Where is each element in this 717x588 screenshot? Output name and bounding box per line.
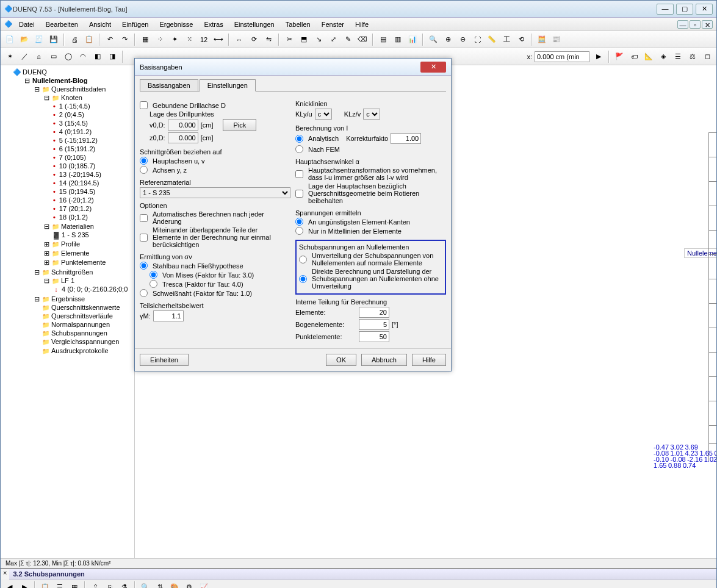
tree-elemente[interactable]: Elemente	[52, 249, 89, 257]
tree-erg-item[interactable]: Querschnittskennwerte	[42, 304, 120, 311]
tree-material-1[interactable]: 1 - S 235	[62, 231, 89, 238]
tag-icon[interactable]: 🏷	[627, 50, 641, 63]
tree-erg-item[interactable]: Vergleichsspannungen	[42, 338, 119, 345]
cancel-button[interactable]: Abbruch	[361, 354, 407, 366]
line-icon[interactable]: ／	[18, 50, 31, 63]
tree-knoten-item[interactable]: 5 (-15;191.2)	[59, 137, 98, 144]
hauptachsen-radio[interactable]	[140, 157, 148, 165]
axes-icon[interactable]: ✦	[168, 33, 181, 46]
bt-copy-icon[interactable]: 📋	[38, 581, 52, 589]
move-icon[interactable]: ↔	[232, 33, 246, 46]
tree-knoten-item[interactable]: 1 (-15;4.5)	[59, 102, 90, 110]
mdi-restore-button[interactable]: ▫	[690, 20, 701, 29]
open-icon[interactable]: 📂	[18, 33, 31, 46]
stelle-go-icon[interactable]: ▶	[592, 50, 605, 63]
results-icon[interactable]: 📊	[406, 33, 419, 46]
menu-einfuegen[interactable]: Einfügen	[117, 20, 153, 29]
bt-next-icon[interactable]: ▶	[18, 581, 31, 589]
menu-tabellen[interactable]: Tabellen	[281, 20, 315, 29]
tree-knoten-item[interactable]: 7 (0;105)	[59, 154, 86, 161]
tree-knoten[interactable]: Knoten	[52, 94, 82, 101]
bt-find-icon[interactable]: 🔍	[139, 581, 152, 589]
tree-querschnitt[interactable]: Querschnittsdaten	[42, 85, 106, 93]
tree-knoten-item[interactable]: 10 (0;185.7)	[59, 162, 95, 170]
help-button[interactable]: Hilfe	[412, 354, 446, 366]
kanten-radio[interactable]	[295, 218, 303, 226]
bt-sort-icon[interactable]: ⇅	[153, 581, 167, 589]
circle-icon[interactable]: ◯	[62, 50, 75, 63]
direkt-radio[interactable]	[299, 275, 307, 283]
z0d-input[interactable]	[168, 132, 198, 143]
teil-bog-input[interactable]	[359, 319, 389, 330]
rect-icon[interactable]: ▭	[47, 50, 60, 63]
mises-radio[interactable]	[150, 271, 157, 279]
menu-datei[interactable]: Datei	[14, 20, 40, 29]
tree-knoten-item[interactable]: 2 (0;4.5)	[59, 111, 84, 118]
ruler-icon[interactable]: 📐	[642, 50, 655, 63]
tool-d-icon[interactable]: ⤢	[326, 33, 340, 46]
base-data-icon[interactable]: 🧾	[32, 33, 46, 46]
umverteil-radio[interactable]	[299, 256, 307, 264]
balance-icon[interactable]: ⚖	[686, 50, 699, 63]
maximize-button[interactable]: ▢	[676, 4, 693, 15]
dialog-close-button[interactable]: ✕	[420, 62, 446, 73]
bt-prev-icon[interactable]: ◀	[3, 581, 16, 589]
tree-lf1-force[interactable]: 4 (0; 0; 0;-2160.26;0;0	[62, 285, 128, 293]
tree-materialien[interactable]: Materialien	[52, 223, 94, 230]
hwtrans-checkbox[interactable]	[295, 170, 303, 178]
fem-radio[interactable]	[295, 145, 303, 153]
tree-knoten-item[interactable]: 18 (0;1.2)	[59, 213, 88, 221]
print-preview-icon[interactable]: 📋	[82, 33, 96, 46]
bt-filter-icon[interactable]: ⚗	[118, 581, 131, 589]
panel-close-icon[interactable]: ×	[1, 569, 9, 579]
menu-hilfe[interactable]: Hilfe	[350, 20, 373, 29]
schweiss-radio[interactable]	[140, 289, 148, 297]
teil-pkt-input[interactable]	[359, 331, 389, 342]
bt-grid-icon[interactable]: ▦	[68, 581, 81, 589]
table-icon[interactable]: ▤	[377, 33, 390, 46]
tab-basisangaben[interactable]: Basisangaben	[140, 79, 198, 91]
grid-icon[interactable]: ▦	[139, 33, 152, 46]
polyline-icon[interactable]: ⩍	[32, 50, 46, 63]
measure-icon[interactable]: 📏	[485, 33, 499, 46]
menu-bearbeiten[interactable]: Bearbeiten	[41, 20, 83, 29]
mittellinie-radio[interactable]	[295, 227, 303, 235]
misc1-icon[interactable]: ◧	[91, 50, 104, 63]
print-icon[interactable]: 🖨	[68, 33, 81, 46]
navigator-tree[interactable]: 🔷DUENQ ⊟Nullelement-Blog ⊟Querschnittsda…	[1, 65, 135, 558]
bt-list-icon[interactable]: ☰	[53, 581, 67, 589]
section-icon[interactable]: 工	[500, 33, 513, 46]
korrektur-input[interactable]	[391, 133, 421, 144]
tree-ausdruck[interactable]: Ausdruckprotokolle	[42, 347, 109, 354]
menu-ergebnisse[interactable]: Ergebnisse	[154, 20, 198, 29]
dim-icon[interactable]: ⟷	[212, 33, 225, 46]
tree-punktelemente[interactable]: Punktelemente	[52, 259, 106, 266]
diamond-icon[interactable]: ◈	[657, 50, 670, 63]
arc-icon[interactable]: ◠	[76, 50, 90, 63]
achsen-radio[interactable]	[140, 166, 148, 174]
zoom-out-icon[interactable]: ⊖	[456, 33, 469, 46]
einheiten-button[interactable]: Einheiten	[140, 354, 189, 366]
node-icon[interactable]: ✶	[3, 50, 16, 63]
close-button[interactable]: ✕	[696, 4, 713, 15]
save-icon[interactable]: 💾	[47, 33, 60, 46]
list-icon[interactable]: ☰	[671, 50, 685, 63]
bt-color-icon[interactable]: 🎨	[168, 581, 181, 589]
ok-button[interactable]: OK	[326, 354, 356, 366]
tree-knoten-item[interactable]: 14 (20;194.5)	[59, 179, 99, 187]
tresca-radio[interactable]	[150, 280, 157, 288]
square-icon[interactable]: ◻	[701, 50, 714, 63]
tree-schnittgr[interactable]: Schnittgrößen	[42, 268, 93, 276]
menu-ansicht[interactable]: Ansicht	[84, 20, 116, 29]
table2-icon[interactable]: ▥	[391, 33, 405, 46]
tree-knoten-item[interactable]: 6 (15;191.2)	[59, 145, 95, 152]
klzv-select[interactable]: c	[363, 109, 380, 120]
tree-root[interactable]: DUENQ	[23, 68, 47, 76]
misc2-icon[interactable]: ◨	[106, 50, 119, 63]
redo-icon[interactable]: ↷	[118, 33, 131, 46]
gamma-input[interactable]	[153, 310, 184, 321]
tree-erg-item[interactable]: Querschnittsverläufe	[42, 312, 113, 320]
tree-ergebnisse[interactable]: Ergebnisse	[42, 295, 85, 303]
tree-knoten-item[interactable]: 3 (15;4.5)	[59, 120, 88, 127]
bt-chart-icon[interactable]: 📈	[197, 581, 211, 589]
